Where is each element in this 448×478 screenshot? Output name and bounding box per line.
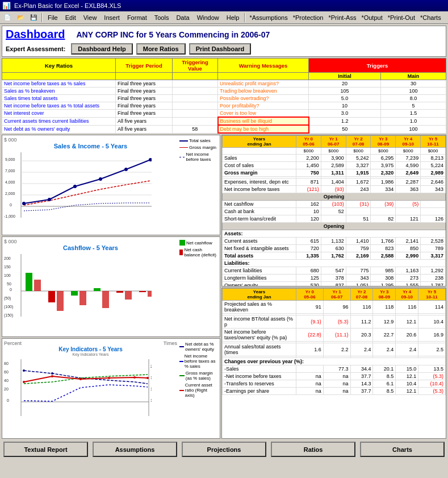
triggering-value-header: Triggering Value bbox=[173, 59, 218, 73]
svg-rect-37 bbox=[102, 291, 109, 308]
svg-text:40: 40 bbox=[4, 379, 9, 383]
menu-bar: 📄 📂 💾 File Edit View Insert Format Tools… bbox=[0, 11, 448, 24]
svg-text:1.7: 1.7 bbox=[150, 398, 152, 402]
menu-data[interactable]: Data bbox=[173, 13, 192, 22]
menu-output[interactable]: *Output bbox=[359, 13, 384, 22]
triggers-header: Triggers bbox=[309, 59, 446, 73]
svg-rect-34 bbox=[34, 280, 41, 291]
dashboard-header: Dashboard ANY CORP INC for 5 Years Comme… bbox=[2, 26, 446, 57]
tab-charts[interactable]: Charts bbox=[360, 442, 445, 457]
menu-view[interactable]: View bbox=[80, 13, 101, 22]
menu-help[interactable]: Help bbox=[223, 13, 243, 22]
key-indicators-panel: Percent Times Key Indicators - 5 Years K… bbox=[2, 338, 220, 439]
svg-rect-28 bbox=[26, 273, 32, 291]
tab-ratios[interactable]: Ratios bbox=[271, 442, 355, 457]
svg-point-57 bbox=[108, 377, 110, 379]
trigger-period-header: Trigger Period bbox=[116, 59, 173, 73]
menu-charts[interactable]: *Charts bbox=[418, 13, 443, 22]
svg-text:0: 0 bbox=[7, 398, 9, 402]
financial-table: Yearsending Jan Yr 005-06 Yr 106-07 Yr 2… bbox=[222, 135, 446, 286]
svg-text:60: 60 bbox=[4, 370, 9, 374]
svg-text:2,000: 2,000 bbox=[5, 192, 15, 196]
svg-rect-31 bbox=[94, 288, 101, 291]
tab-projections[interactable]: Projections bbox=[182, 442, 266, 457]
svg-text:4,000: 4,000 bbox=[5, 180, 15, 184]
svg-rect-29 bbox=[48, 291, 55, 302]
ratios-table-panel: Yearsending Jan Yr 005-06 Yr 106-07 Yr 2… bbox=[221, 288, 446, 439]
sales-chart-svg: 9,000 7,000 4,000 2,000 0 -1,000 bbox=[4, 149, 152, 223]
warning-messages-header: Warning Messages bbox=[218, 59, 309, 73]
svg-point-56 bbox=[79, 378, 82, 380]
svg-point-59 bbox=[146, 377, 149, 379]
menu-print-ass[interactable]: *Print-Ass bbox=[326, 13, 358, 22]
svg-rect-33 bbox=[139, 291, 146, 292]
svg-text:200: 200 bbox=[4, 256, 11, 260]
svg-text:(50): (50) bbox=[4, 296, 11, 301]
menu-edit[interactable]: Edit bbox=[62, 13, 79, 22]
menu-protection[interactable]: *Protection bbox=[291, 13, 326, 22]
svg-text:0: 0 bbox=[10, 288, 12, 292]
svg-point-55 bbox=[51, 375, 53, 377]
svg-point-15 bbox=[99, 177, 102, 181]
svg-text:-1,000: -1,000 bbox=[4, 214, 15, 218]
svg-text:150: 150 bbox=[4, 265, 11, 269]
svg-point-58 bbox=[133, 376, 136, 379]
key-indicators-title: Key Indicators - 5 Years bbox=[4, 346, 177, 352]
sales-chart-panel: $ 000 Sales & Income - 5 Years 9,000 7,0… bbox=[2, 135, 220, 235]
menu-tools[interactable]: Tools bbox=[151, 13, 173, 22]
svg-point-14 bbox=[73, 185, 77, 188]
cashflow-chart-svg: 200 150 100 50 0 (50) (100) (150) bbox=[4, 251, 152, 319]
print-dashboard-button[interactable]: Print Dashboard bbox=[189, 43, 252, 55]
svg-text:1.9: 1.9 bbox=[150, 376, 152, 380]
menu-assumptions[interactable]: *Assumptions bbox=[247, 13, 290, 22]
svg-rect-36 bbox=[79, 291, 86, 305]
svg-text:0: 0 bbox=[10, 203, 12, 207]
svg-text:9,000: 9,000 bbox=[5, 157, 15, 161]
tab-bar: Textual Report Assumptions Projections R… bbox=[2, 440, 446, 457]
cashflow-chart-title: Cashflow - 5 Years bbox=[4, 244, 177, 251]
title-bar-text: Ex-Plan Basic for Excel - EXLB84.XLS bbox=[14, 2, 121, 9]
financial-table-panel: Yearsending Jan Yr 005-06 Yr 106-07 Yr 2… bbox=[221, 135, 446, 286]
svg-text:20: 20 bbox=[4, 387, 9, 391]
app-icon: 📊 bbox=[2, 2, 11, 10]
svg-point-13 bbox=[48, 198, 51, 201]
toolbar-open[interactable]: 📂 bbox=[14, 13, 27, 23]
svg-rect-30 bbox=[71, 291, 78, 296]
svg-point-53 bbox=[51, 372, 53, 375]
svg-point-52 bbox=[23, 369, 25, 372]
key-ratios-table: Key Ratios Trigger Period Triggering Val… bbox=[2, 58, 446, 134]
toolbar-save[interactable]: 💾 bbox=[27, 13, 40, 23]
menu-format[interactable]: Format bbox=[124, 13, 150, 22]
svg-point-12 bbox=[22, 202, 26, 205]
dashboard-help-button[interactable]: Dashboard Help bbox=[71, 43, 132, 55]
dashboard-subtitle: ANY CORP INC for 5 Years Commencing in 2… bbox=[76, 30, 270, 39]
tab-assumptions[interactable]: Assumptions bbox=[93, 442, 177, 457]
toolbar-new[interactable]: 📄 bbox=[1, 13, 14, 23]
svg-point-16 bbox=[124, 168, 128, 171]
ratios-table: Yearsending Jan Yr 005-06 Yr 106-07 Yr 2… bbox=[222, 288, 446, 395]
menu-file[interactable]: File bbox=[44, 13, 61, 22]
more-ratios-button[interactable]: More Ratios bbox=[136, 43, 186, 55]
cashflow-chart-panel: $ 000 Cashflow - 5 Years 200 150 100 bbox=[2, 236, 220, 337]
key-indicators-svg: 80 60 40 20 0 2 1.9 1.8 1.7 bbox=[4, 356, 152, 419]
svg-text:(150): (150) bbox=[4, 313, 13, 318]
menu-insert[interactable]: Insert bbox=[101, 13, 123, 22]
dashboard-title[interactable]: Dashboard bbox=[6, 28, 65, 41]
key-ratios-header: Key Ratios bbox=[2, 59, 116, 73]
tab-textual-report[interactable]: Textual Report bbox=[3, 442, 88, 457]
expert-label: Expert Assessment: bbox=[6, 45, 65, 52]
separator-2 bbox=[244, 13, 245, 22]
separator-1 bbox=[41, 13, 43, 22]
svg-text:2: 2 bbox=[150, 364, 152, 368]
svg-text:50: 50 bbox=[7, 282, 11, 286]
title-bar: 📊 Ex-Plan Basic for Excel - EXLB84.XLS bbox=[0, 0, 448, 11]
sales-chart-title: Sales & Income - 5 Years bbox=[4, 143, 177, 149]
svg-text:7,000: 7,000 bbox=[5, 169, 15, 173]
menu-window[interactable]: Window bbox=[194, 13, 223, 22]
svg-rect-35 bbox=[57, 291, 64, 311]
menu-print-out[interactable]: *Print-Out bbox=[386, 13, 417, 22]
svg-text:(100): (100) bbox=[4, 305, 13, 309]
svg-text:1.8: 1.8 bbox=[150, 387, 152, 391]
svg-point-54 bbox=[23, 381, 25, 383]
svg-rect-39 bbox=[148, 291, 152, 297]
